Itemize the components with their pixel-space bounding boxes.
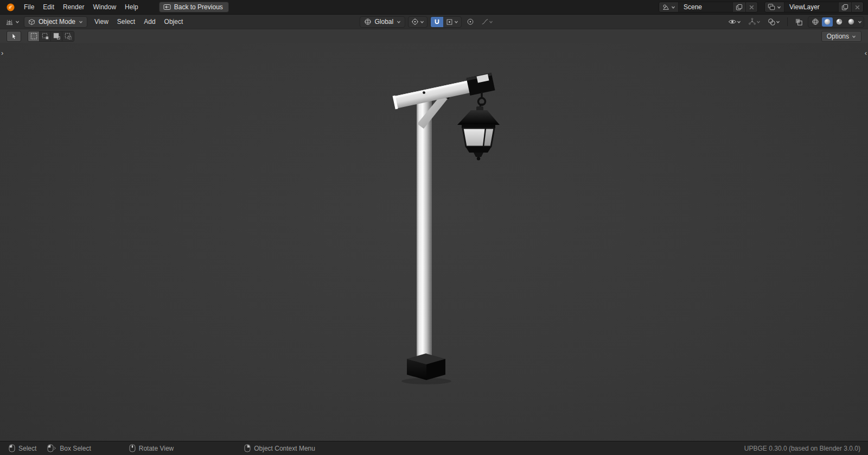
shading-mode-group: [808, 16, 864, 28]
overlays-icon: [768, 18, 776, 26]
overlays-dropdown[interactable]: [765, 16, 782, 28]
status-hint-select: Select: [9, 444, 36, 452]
scene-name-field[interactable]: Scene: [678, 2, 732, 12]
box-select-extend-button[interactable]: [40, 31, 51, 41]
chevron-down-icon: [15, 20, 20, 24]
snap-toggle-button[interactable]: [431, 17, 443, 27]
mode-dropdown[interactable]: Object Mode: [24, 16, 87, 28]
new-viewlayer-button[interactable]: [838, 2, 851, 12]
options-label: Options: [827, 33, 849, 40]
duplicate-icon: [841, 4, 848, 11]
statusbar: Select Box Select Rotate View Object Con…: [0, 441, 868, 455]
menu-edit[interactable]: Edit: [39, 2, 59, 12]
box-select-subtract-button[interactable]: [51, 31, 62, 41]
chevron-down-icon: [671, 5, 675, 9]
proportional-editing-icon: [467, 18, 474, 26]
new-scene-button[interactable]: [732, 2, 745, 12]
topbar-menus: File Edit Render Window Help: [20, 2, 143, 12]
status-label: Object Context Menu: [254, 445, 315, 452]
box-select-intersect-button[interactable]: [62, 31, 74, 41]
tool-settings-bar: Options: [0, 29, 868, 43]
back-to-previous-button[interactable]: Back to Previous: [159, 2, 229, 12]
chevron-down-icon: [737, 20, 741, 24]
menu-object[interactable]: Object: [160, 16, 188, 27]
box-select-intersect-icon: [64, 32, 72, 40]
status-label: Box Select: [60, 445, 91, 452]
close-icon: [854, 4, 860, 10]
remove-scene-button[interactable]: [745, 2, 757, 12]
remove-viewlayer-button[interactable]: [851, 2, 863, 12]
box-select-mode-group: [28, 31, 74, 42]
box-select-extend-icon: [41, 32, 49, 40]
menu-select[interactable]: Select: [113, 16, 139, 27]
snap-settings-button[interactable]: [443, 17, 461, 27]
options-dropdown[interactable]: Options: [821, 31, 861, 42]
editor-type-button[interactable]: [4, 17, 21, 27]
snap-controls: [430, 16, 462, 28]
mouse-middle-click-icon: [129, 444, 136, 452]
viewport-3d[interactable]: › ‹: [0, 43, 868, 441]
wireframe-shading-button[interactable]: [810, 17, 821, 27]
chevron-down-icon: [776, 20, 780, 24]
app-menu-button[interactable]: [4, 1, 16, 13]
xray-icon: [795, 18, 803, 26]
box-select-set-button[interactable]: [28, 31, 40, 41]
box-select-icon: [30, 32, 38, 40]
back-label: Back to Previous: [174, 3, 223, 11]
tweak-tool-icon: [10, 33, 18, 40]
gizmo-icon: [748, 18, 756, 26]
browse-scene-button[interactable]: [659, 2, 678, 12]
rendered-shading-button[interactable]: [846, 17, 857, 27]
mouse-left-click-icon: [9, 444, 15, 452]
pivot-point-button[interactable]: [409, 17, 427, 27]
menu-add[interactable]: Add: [139, 16, 159, 27]
lantern[interactable]: [457, 106, 500, 160]
viewlayer-icon: [768, 3, 775, 11]
scene-icon: [662, 3, 669, 11]
gizmo-dropdown[interactable]: [746, 16, 763, 28]
pivot-point-dropdown: [408, 16, 427, 28]
mouse-left-drag-icon: [47, 444, 56, 452]
status-label: Rotate View: [139, 445, 174, 452]
material-shading-button[interactable]: [834, 17, 845, 27]
menu-help[interactable]: Help: [120, 2, 143, 12]
chevron-down-icon: [454, 20, 458, 24]
editor-type-icon: [5, 18, 14, 26]
viewlayer-selector: ViewLayer: [764, 2, 864, 12]
chevron-down-icon: [852, 34, 856, 39]
menu-view[interactable]: View: [90, 16, 113, 27]
duplicate-icon: [736, 4, 743, 11]
chevron-down-icon: [777, 5, 781, 9]
wireframe-shading-icon: [812, 18, 819, 26]
browse-viewlayer-button[interactable]: [765, 2, 784, 12]
orientation-label: Global: [375, 18, 394, 26]
transform-orientation-dropdown[interactable]: Global: [360, 16, 406, 28]
proportional-falloff-dropdown[interactable]: [479, 16, 495, 28]
chevron-down-icon: [489, 20, 493, 24]
proportional-editing-toggle[interactable]: [464, 16, 476, 28]
viewlayer-name-field[interactable]: ViewLayer: [784, 2, 838, 12]
chevron-down-icon: [756, 20, 761, 24]
tweak-tool-button[interactable]: [7, 31, 21, 42]
viewport-header: Object Mode View Select Add Object Globa…: [0, 14, 868, 29]
snap-target-icon: [446, 18, 453, 26]
chevron-down-icon: [79, 20, 83, 24]
status-label: Select: [18, 445, 36, 452]
lantern-hook[interactable]: [478, 92, 486, 108]
lamp-base[interactable]: [407, 353, 445, 380]
topbar: File Edit Render Window Help Back to Pre…: [0, 0, 868, 14]
menu-file[interactable]: File: [20, 2, 39, 12]
visibility-eye-icon: [728, 18, 737, 26]
solid-shading-button[interactable]: [822, 17, 833, 27]
menu-render[interactable]: Render: [59, 2, 88, 12]
xray-toggle[interactable]: [793, 16, 805, 28]
falloff-curve-icon: [481, 18, 489, 26]
mode-label: Object Mode: [39, 18, 75, 26]
snap-magnet-icon: [433, 18, 441, 26]
object-visibility-dropdown[interactable]: [726, 16, 743, 28]
lamp-post-model[interactable]: [0, 43, 868, 441]
upbge-logo-icon: [6, 3, 15, 12]
lamp-pole[interactable]: [417, 97, 432, 360]
chevron-down-icon[interactable]: [858, 20, 862, 24]
menu-window[interactable]: Window: [88, 2, 120, 12]
